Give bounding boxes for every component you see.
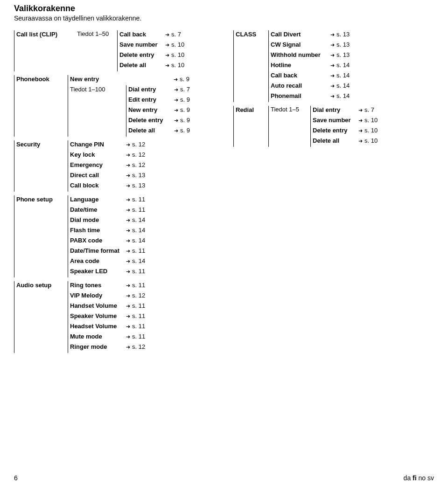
menu-item: VIP Melody — [70, 291, 126, 299]
page-ref: ➜s. 12 — [126, 343, 145, 350]
page-ref: ➜s. 13 — [330, 51, 350, 58]
page-ref: ➜s. 9 — [174, 106, 190, 113]
page-ref: ➜s. 9 — [174, 116, 190, 124]
menu-item: Delete entry — [128, 116, 174, 124]
menu-item: Delete entry — [313, 126, 358, 134]
menu-item: New entry — [70, 75, 126, 83]
menu-item: Call back — [271, 71, 330, 79]
language-indicator: da fi no sv — [404, 474, 434, 482]
page-ref: ➜s. 14 — [330, 71, 350, 79]
call-list-label: Call list (CLIP) — [16, 30, 77, 71]
page-ref: ➜s. 14 — [126, 257, 145, 264]
menu-item: Key lock — [70, 151, 126, 158]
menu-item: Delete all — [119, 61, 165, 69]
menu-item: Withhold number — [271, 51, 330, 58]
group-redial: Redial Tiedot 1–5 Dial entry➜s. 7 Save n… — [233, 106, 434, 147]
menu-item: Change PIN — [70, 140, 126, 148]
menu-item: PABX code — [70, 236, 126, 244]
menu-item: Save number — [119, 41, 165, 48]
phonebook-label: Phonebook — [16, 75, 68, 137]
page-ref: ➜s. 7 — [358, 106, 374, 113]
menu-item: Ring tones — [70, 281, 126, 289]
menu-item: Call block — [70, 181, 126, 189]
menu-item: Mute mode — [70, 332, 126, 340]
phonebook-range: Tiedot 1–100 — [70, 85, 126, 93]
menu-item: Area code — [70, 257, 126, 264]
page-ref: ➜s. 14 — [330, 92, 350, 99]
menu-item: Dial mode — [70, 216, 126, 223]
group-security: Security Change PIN➜s. 12 Key lock➜s. 12… — [14, 140, 215, 192]
page-title: Valikkorakenne — [14, 4, 434, 14]
page-ref: ➜s. 11 — [126, 206, 145, 213]
page-ref: ➜s. 11 — [126, 281, 145, 289]
page-ref: ➜s. 10 — [358, 137, 378, 144]
menu-item: Dial entry — [313, 106, 358, 113]
menu-item: Date/Time format — [70, 247, 126, 254]
page-ref: ➜s. 10 — [358, 116, 378, 124]
page-ref: ➜s. 11 — [126, 302, 145, 309]
page-ref: ➜s. 12 — [126, 140, 145, 148]
page-ref: ➜s. 13 — [330, 30, 350, 38]
page-ref: ➜s. 7 — [174, 85, 190, 93]
redial-label: Redial — [236, 106, 268, 147]
menu-item: Save number — [313, 116, 358, 124]
phone-setup-label: Phone setup — [16, 195, 68, 277]
page-ref: ➜s. 11 — [126, 332, 145, 340]
page-ref: ➜s. 11 — [126, 312, 145, 319]
group-audio-setup: Audio setup Ring tones➜s. 11 VIP Melody➜… — [14, 281, 215, 353]
call-list-range: Tiedot 1–50 — [77, 30, 117, 71]
menu-item: Phonemail — [271, 92, 330, 99]
page-ref: ➜s. 13 — [330, 41, 350, 48]
page-ref: ➜s. 13 — [126, 181, 145, 189]
page-ref: ➜s. 9 — [174, 126, 190, 134]
page-ref: ➜s. 12 — [126, 151, 145, 158]
page-number: 6 — [14, 474, 18, 482]
menu-item: Speaker Volume — [70, 312, 126, 319]
menu-item: New entry — [128, 106, 174, 113]
menu-item: Date/time — [70, 206, 126, 213]
menu-item: Call Divert — [271, 30, 330, 38]
menu-item: Delete all — [128, 126, 174, 134]
menu-item: Hotline — [271, 61, 330, 69]
audio-setup-label: Audio setup — [16, 281, 68, 353]
page-ref: ➜s. 14 — [126, 236, 145, 244]
page-ref: ➜s. 11 — [126, 247, 145, 254]
class-label: CLASS — [236, 30, 268, 102]
page-ref: ➜s. 9 — [174, 96, 190, 103]
page-ref: ➜s. 11 — [126, 267, 145, 275]
page-ref: ➜s. 13 — [126, 171, 145, 179]
page-ref: ➜s. 12 — [126, 291, 145, 299]
page-ref: ➜s. 14 — [126, 216, 145, 223]
menu-item: Emergency — [70, 161, 126, 168]
page-ref: ➜s. 11 — [126, 322, 145, 330]
page-ref: ➜s. 10 — [165, 51, 184, 58]
menu-item: Direct call — [70, 171, 126, 179]
group-phonebook: Phonebook New entry ➜s. 9 Tiedot 1–100 D… — [14, 75, 215, 137]
menu-item: Language — [70, 195, 126, 203]
page-ref: ➜s. 10 — [165, 41, 184, 48]
menu-item: Auto recall — [271, 82, 330, 89]
page-ref: ➜s. 12 — [126, 161, 145, 168]
page-ref: ➜s. 11 — [126, 195, 145, 203]
security-label: Security — [16, 140, 68, 192]
page-ref: ➜s. 7 — [165, 30, 181, 38]
menu-item: Call back — [119, 30, 165, 38]
menu-item: CW Signal — [271, 41, 330, 48]
group-class: CLASS Call Divert➜s. 13 CW Signal➜s. 13 … — [233, 30, 434, 102]
page-ref: ➜s. 10 — [165, 61, 184, 69]
menu-item: Edit entry — [128, 96, 174, 103]
menu-item: Delete entry — [119, 51, 165, 58]
page-ref: ➜s. 10 — [358, 126, 378, 134]
menu-item: Ringer mode — [70, 343, 126, 350]
menu-item: Dial entry — [128, 85, 174, 93]
menu-item: Speaker LED — [70, 267, 126, 275]
menu-item: Handset Volume — [70, 302, 126, 309]
redial-range: Tiedot 1–5 — [268, 106, 310, 147]
page-subtitle: Seuraavassa on täydellinen valikkorakenn… — [14, 14, 434, 22]
group-phone-setup: Phone setup Language➜s. 11 Date/time➜s. … — [14, 195, 215, 277]
group-call-list: Call list (CLIP) Tiedot 1–50 Call back➜s… — [14, 30, 215, 71]
menu-item: Headset Volume — [70, 322, 126, 330]
page-ref: ➜s. 14 — [330, 61, 350, 69]
page-ref: ➜s. 9 — [174, 75, 189, 83]
page-ref: ➜s. 14 — [330, 82, 350, 89]
